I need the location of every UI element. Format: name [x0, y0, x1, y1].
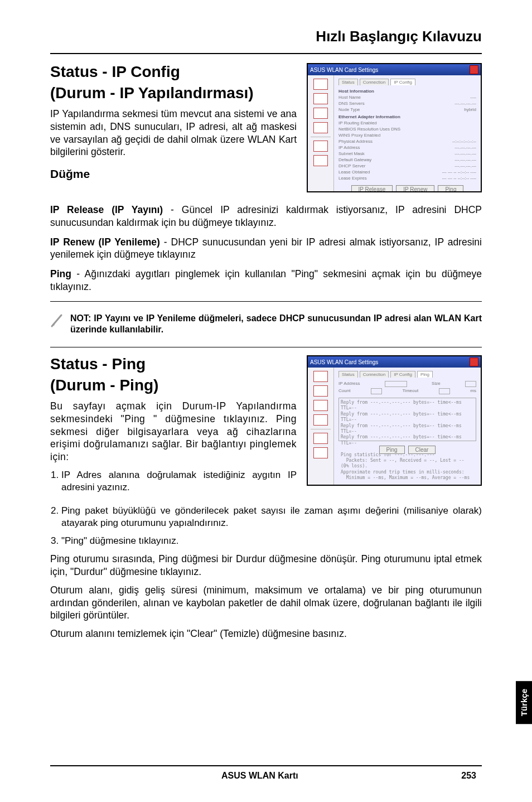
screenshot-ip-release-button: IP Release	[351, 185, 393, 192]
footer-rule	[50, 765, 482, 766]
sidebar-icon	[313, 122, 328, 133]
button-name: IP Renew (IP Yenileme)	[50, 236, 160, 248]
screenshot-ping-button: Ping	[379, 446, 405, 454]
button-description: IP Release (IP Yayını) - Güncel IP adres…	[50, 204, 482, 229]
note-rule-bottom	[50, 347, 482, 347]
screenshot-content-pane: Status Connection IP Config Ping IP Addr…	[334, 368, 481, 486]
note-text: NOT: IP Yayını ve IP Yenileme düğmeleri,…	[70, 313, 482, 336]
screenshot-tab: Status	[338, 371, 358, 378]
screenshot-title: ASUS WLAN Card Settings	[310, 67, 378, 73]
screenshot-title: ASUS WLAN Card Settings	[310, 359, 378, 365]
footer-product: ASUS WLAN Kartı	[221, 771, 298, 781]
sidebar-icon	[313, 400, 328, 411]
footer-page-number: 253	[461, 771, 476, 781]
button-text: - Ağınızdaki aygıtları pinglemek için ku…	[50, 268, 482, 292]
screenshot-tab-active: Ping	[417, 371, 433, 378]
paragraph: Ping oturumu sırasında, Ping düğmesi bir…	[50, 553, 482, 578]
button-name: IP Release (IP Yayını)	[50, 204, 163, 215]
header-rule	[50, 53, 482, 54]
list-item: Ping paket büyüklüğü ve gönderilecek pak…	[61, 505, 482, 529]
sidebar-icon	[313, 447, 328, 458]
screenshot-clear-button: Clear	[408, 446, 436, 454]
screenshot-sidebar	[308, 368, 334, 486]
close-icon	[470, 357, 478, 366]
screenshot-sidebar	[308, 75, 334, 192]
sidebar-icon	[313, 108, 328, 119]
screenshot-tab: Connection	[360, 371, 389, 378]
sidebar-separator	[311, 137, 331, 137]
button-description: Ping - Ağınızdaki aygıtları pinglemek iç…	[50, 268, 482, 293]
screenshot-titlebar: ASUS WLAN Card Settings	[308, 64, 481, 75]
screenshot-content-pane: Status Connection IP Config Host Informa…	[334, 75, 481, 192]
list-item: "Ping" düğmesine tıklayınız.	[61, 535, 482, 547]
screenshot-tab: Status	[338, 79, 358, 85]
screenshot-ping-button: Ping	[438, 185, 463, 192]
sidebar-icon	[313, 155, 328, 166]
button-description: IP Renew (IP Yenileme) - DHCP sunucusund…	[50, 236, 482, 262]
sidebar-icon	[313, 141, 328, 152]
paragraph: Oturum alanı, gidiş geliş süresi (minimu…	[50, 584, 482, 622]
screenshot-tab-active: IP Config	[390, 79, 415, 85]
sidebar-icon	[313, 93, 328, 104]
sidebar-icon	[313, 79, 328, 90]
sidebar-icon	[313, 433, 328, 444]
screenshot-ip-renew-button: IP Renew	[396, 185, 434, 192]
close-icon	[470, 65, 478, 74]
screenshot-ip-config: ASUS WLAN Card Settings	[307, 63, 482, 192]
screenshot-ping: ASUS WLAN Card Settings	[307, 355, 482, 486]
page-footer: . ASUS WLAN Kartı 253	[50, 761, 482, 781]
screenshot-tab: Connection	[360, 79, 389, 85]
note-rule-top	[50, 301, 482, 302]
language-tab: Türkçe	[516, 681, 532, 724]
ping-steps-list-continued: Ping paket büyüklüğü ve gönderilecek pak…	[50, 505, 482, 547]
paragraph: Oturum alanını temizlemek için "Clear" (…	[50, 627, 482, 640]
screenshot-titlebar: ASUS WLAN Card Settings	[308, 356, 481, 368]
note-icon	[50, 313, 64, 336]
sidebar-icon	[313, 414, 328, 426]
sidebar-icon	[313, 371, 328, 382]
sidebar-separator	[311, 429, 331, 429]
ping-output-box: Reply from ---.---.---.--- bytes=-- time…	[338, 398, 476, 441]
document-page: Hızlı Başlangıç Kılavuzu ASUS WLAN Card …	[0, 0, 532, 802]
sidebar-icon	[313, 385, 328, 397]
section-ip-config: ASUS WLAN Card Settings	[50, 63, 482, 197]
button-name: Ping	[50, 268, 71, 279]
screenshot-tab: IP Config	[390, 371, 415, 378]
page-header-title: Hızlı Başlangıç Kılavuzu	[50, 28, 482, 45]
section-ping: ASUS WLAN Card Settings	[50, 355, 482, 499]
note-block: NOT: IP Yayını ve IP Yenileme düğmeleri,…	[50, 310, 482, 340]
